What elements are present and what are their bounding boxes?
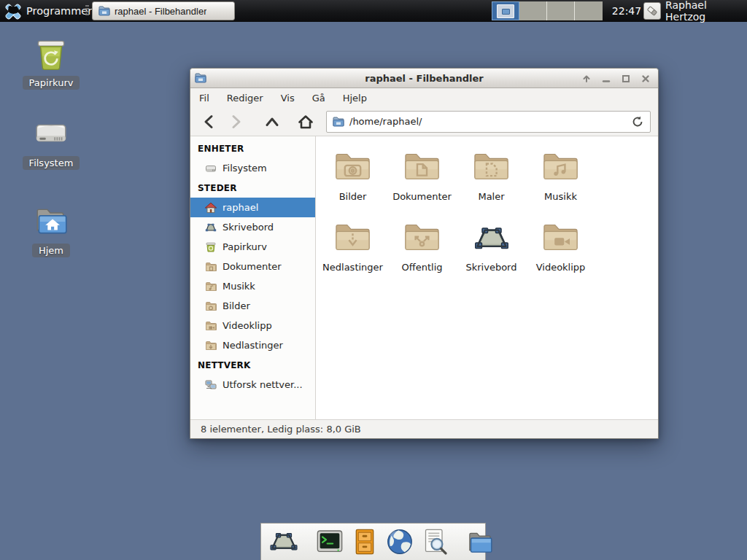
file-item-musikk[interactable]: Musikk <box>526 144 595 215</box>
sidebar-item-nedlastinger[interactable]: Nedlastinger <box>190 335 315 355</box>
show-desktop-icon <box>268 526 299 557</box>
menu-3[interactable]: Gå <box>312 93 325 104</box>
folder-downloads-icon <box>205 340 217 351</box>
menu-0[interactable]: Fil <box>199 93 209 104</box>
desktop-icon-filsystem[interactable]: Filsystem <box>15 115 88 170</box>
path-text[interactable]: /home/raphael/ <box>349 116 626 127</box>
file-item-videoklipp[interactable]: Videoklipp <box>526 215 595 286</box>
workspace-switcher[interactable] <box>492 1 603 20</box>
sidebar-item-videoklipp[interactable]: Videoklipp <box>190 316 315 335</box>
clock[interactable]: 22:47 <box>610 0 643 22</box>
workspace-1[interactable] <box>492 1 519 20</box>
file-item-dokumenter[interactable]: Dokumenter <box>387 144 457 215</box>
applications-menu[interactable]: Programmer <box>3 0 98 22</box>
folder-music-icon <box>540 144 581 187</box>
path-bar[interactable]: /home/raphael/ <box>326 111 651 133</box>
sidebar-item-label: Videoklipp <box>222 320 272 331</box>
sidebar-header: NETTVERK <box>190 355 315 375</box>
workspace-4[interactable] <box>575 1 603 20</box>
folder-pictures-icon <box>332 144 374 187</box>
window-titlebar[interactable]: raphael - Filbehandler <box>190 69 658 88</box>
file-item-nedlastinger[interactable]: Nedlastinger <box>318 215 387 286</box>
folder-icon <box>333 116 344 128</box>
menu-1[interactable]: Rediger <box>227 93 263 104</box>
folder-videos-icon <box>540 215 581 257</box>
harddrive-icon <box>15 115 88 152</box>
top-panel: Programmer raphael - Filbehandler 22:47 … <box>0 0 747 22</box>
folder-music-icon <box>205 281 217 292</box>
network-icon <box>205 379 217 391</box>
folder-icon <box>98 5 110 17</box>
trash-icon <box>205 241 217 253</box>
statusbar: 8 ielementer, Ledig plass: 8,0 GiB <box>190 419 658 438</box>
file-grid: Bilder Dokumenter Maler Musikk <box>316 136 658 419</box>
minimize-button[interactable] <box>600 72 613 85</box>
panel-handle[interactable] <box>85 5 89 17</box>
user-session-button[interactable] <box>643 2 661 20</box>
dock-app-search-button[interactable] <box>420 526 449 558</box>
forward-button[interactable] <box>224 111 247 133</box>
shade-button[interactable] <box>580 72 593 85</box>
sidebar-item-musikk[interactable]: Musikk <box>190 276 315 296</box>
desktop-icon-hjem[interactable]: Hjem <box>15 203 88 257</box>
sidebar-item-raphael[interactable]: raphael <box>190 198 315 217</box>
menu-2[interactable]: Vis <box>281 93 295 104</box>
sidebar-item-label: Bilder <box>222 300 250 311</box>
back-button[interactable] <box>198 111 221 133</box>
toolbar: /home/raphael/ <box>190 107 658 136</box>
file-item-bilder[interactable]: Bilder <box>318 144 387 215</box>
trash-icon <box>15 35 88 71</box>
desktop-icon <box>473 215 511 257</box>
sidebar-item-skrivebord[interactable]: Skrivebord <box>190 217 315 237</box>
file-item-label: Offentlig <box>402 262 443 273</box>
window-controls <box>580 69 652 88</box>
home-icon <box>205 202 217 214</box>
desktop-icon-label: Hjem <box>32 244 70 257</box>
username-label[interactable]: Raphael Hertzog <box>665 0 747 22</box>
sidebar-item-label: Skrivebord <box>222 222 274 233</box>
up-button[interactable] <box>260 111 284 133</box>
dock-show-desktop-button[interactable] <box>268 526 299 558</box>
refresh-icon[interactable] <box>631 115 644 128</box>
home-button[interactable] <box>294 111 317 133</box>
dock-file-cabinet-button[interactable] <box>350 526 379 558</box>
file-item-skrivebord[interactable]: Skrivebord <box>457 215 526 286</box>
dock-terminal-button[interactable] <box>315 526 344 558</box>
dock-web-browser-button[interactable] <box>385 526 414 558</box>
folder-documents-icon <box>205 261 217 273</box>
file-item-label: Maler <box>478 191 504 202</box>
folder-documents-icon <box>401 144 443 187</box>
sidebar-item-filsystem[interactable]: Filsystem <box>190 158 315 178</box>
workspace-3[interactable] <box>547 1 575 20</box>
home-folder-icon <box>15 203 88 239</box>
mini-folder-icon <box>502 9 510 15</box>
sidebar-item-dokumenter[interactable]: Dokumenter <box>190 257 315 276</box>
dock <box>260 523 486 560</box>
file-item-maler[interactable]: Maler <box>457 144 526 215</box>
file-manager-icon <box>465 527 495 556</box>
close-button[interactable] <box>639 72 652 85</box>
desktop-wallpaper: Programmer raphael - Filbehandler 22:47 … <box>0 0 747 560</box>
file-item-label: Bilder <box>339 191 367 202</box>
app-search-icon <box>420 527 449 556</box>
file-manager-window: raphael - Filbehandler FilRedigerVisGåHj… <box>190 68 659 439</box>
dock-file-manager-button[interactable] <box>465 526 495 558</box>
sidebar-item-papirkurv[interactable]: Papirkurv <box>190 237 315 257</box>
file-cabinet-icon <box>350 527 379 556</box>
sidebar-item-bilder[interactable]: Bilder <box>190 296 315 316</box>
menu-4[interactable]: Hjelp <box>343 93 367 104</box>
file-item-offentlig[interactable]: Offentlig <box>387 215 457 286</box>
maximize-button[interactable] <box>619 72 632 85</box>
taskbar-window-button[interactable]: raphael - Filbehandler <box>92 1 235 20</box>
folder-videos-icon <box>205 320 217 332</box>
window-content: ENHETER FilsystemSTEDER raphael Skrivebo… <box>190 136 658 419</box>
desktop-icon-papirkurv[interactable]: Papirkurv <box>15 35 88 90</box>
applications-menu-label: Programmer <box>26 5 92 17</box>
workspace-2[interactable] <box>519 1 547 20</box>
folder-templates-icon <box>471 144 512 187</box>
sidebar-item-label: Dokumenter <box>222 261 282 272</box>
window-folder-icon <box>195 72 206 84</box>
sidebar-item-utforsk-nettver-[interactable]: Utforsk nettver... <box>190 375 315 394</box>
desktop-icon-label: Papirkurv <box>23 76 80 90</box>
file-item-label: Videoklipp <box>536 262 586 273</box>
